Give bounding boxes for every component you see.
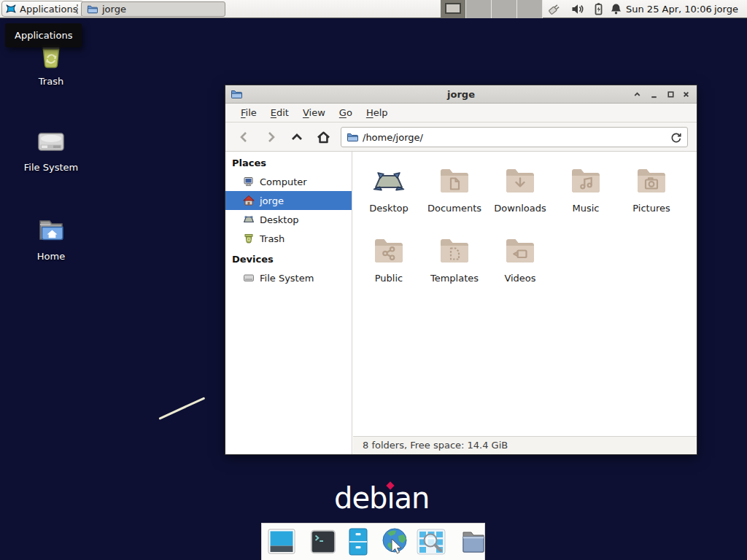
desktop-icon-file-system[interactable]: File System xyxy=(16,124,86,173)
computer-icon xyxy=(243,176,255,187)
web-browser-launcher[interactable] xyxy=(379,526,410,557)
back-button[interactable] xyxy=(233,127,256,147)
sidebar-item-label: Computer xyxy=(260,176,307,187)
desktop-icon-label: Trash xyxy=(16,76,86,87)
drive-icon xyxy=(243,272,255,284)
folder-public-icon xyxy=(371,234,406,269)
sidebar-item-jorge[interactable]: jorge xyxy=(225,191,352,210)
workspace-switcher xyxy=(441,0,543,18)
minimize-button[interactable] xyxy=(647,88,661,101)
icon-view: Desktop Documents Downloads Music xyxy=(353,152,697,436)
workspace-3[interactable] xyxy=(492,0,517,18)
folder-documents-icon xyxy=(437,164,472,199)
taskbar-window-button[interactable]: jorge xyxy=(81,1,225,17)
desktop: debıan Trash File System xyxy=(0,0,747,560)
menu-view[interactable]: View xyxy=(303,107,325,118)
home-folder-icon xyxy=(34,213,69,248)
toolbar xyxy=(225,122,697,152)
sidebar: Places Computer jorge xyxy=(225,152,352,454)
file-manager-launcher[interactable] xyxy=(344,527,373,556)
applications-label: Applications xyxy=(20,4,77,15)
debian-wordmark: debıan xyxy=(334,481,429,515)
close-button[interactable] xyxy=(679,88,693,101)
terminal-launcher[interactable] xyxy=(309,528,337,556)
path-entry[interactable] xyxy=(341,127,688,147)
forward-button[interactable] xyxy=(259,127,282,147)
clock[interactable]: Sun 25 Apr, 10:06 xyxy=(626,0,712,18)
network-tray-icon[interactable] xyxy=(547,2,561,16)
wallpaper-line-artifact xyxy=(158,397,205,420)
terminal-icon xyxy=(309,528,337,556)
file-item-public[interactable]: Public xyxy=(356,230,422,300)
folder-videos-icon xyxy=(503,234,538,269)
sidebar-item-label: jorge xyxy=(260,195,284,206)
workspace-2[interactable] xyxy=(466,0,492,18)
workspace-1[interactable] xyxy=(441,0,466,18)
folder-icon xyxy=(459,527,488,556)
drive-icon xyxy=(34,124,69,159)
folder-pictures-icon xyxy=(634,164,669,199)
path-input[interactable] xyxy=(363,132,665,143)
sidebar-item-file-system[interactable]: File System xyxy=(225,268,352,287)
file-item-label: Templates xyxy=(422,273,487,284)
file-item-label: Downloads xyxy=(487,203,553,214)
file-cabinet-icon xyxy=(344,527,373,556)
file-item-music[interactable]: Music xyxy=(553,160,619,230)
sidebar-item-trash[interactable]: Trash xyxy=(225,229,352,248)
applications-button[interactable]: Applications xyxy=(1,1,84,17)
sidebar-item-desktop[interactable]: Desktop xyxy=(225,210,352,229)
menu-edit[interactable]: Edit xyxy=(271,107,289,118)
file-item-label: Pictures xyxy=(619,203,684,214)
menu-file[interactable]: File xyxy=(241,107,257,118)
folder-music-icon xyxy=(568,164,603,199)
application-finder-icon xyxy=(417,528,446,556)
titlebar[interactable]: jorge xyxy=(225,85,697,104)
applications-tooltip: Applications xyxy=(5,23,82,47)
path-folder-icon xyxy=(347,131,358,143)
file-item-label: Music xyxy=(553,203,619,214)
top-panel: Applications jorge xyxy=(0,0,747,18)
home-button[interactable] xyxy=(311,127,335,147)
file-item-desktop[interactable]: Desktop xyxy=(356,160,422,230)
window-title: jorge xyxy=(225,85,697,104)
battery-tray-icon[interactable] xyxy=(592,2,605,16)
show-desktop-button[interactable] xyxy=(267,527,296,556)
desktop-icon xyxy=(243,214,255,225)
notifications-tray-icon[interactable] xyxy=(609,2,623,16)
directory-menu-launcher[interactable] xyxy=(459,527,488,556)
desktop-icon-home[interactable]: Home xyxy=(16,213,86,262)
panel-handle[interactable] xyxy=(76,4,79,15)
file-item-downloads[interactable]: Downloads xyxy=(487,160,553,230)
file-item-documents[interactable]: Documents xyxy=(422,160,487,230)
file-item-pictures[interactable]: Pictures xyxy=(619,160,684,230)
username[interactable]: jorge xyxy=(714,0,738,18)
sidebar-section-places: Places xyxy=(225,152,352,172)
show-desktop-icon xyxy=(267,527,296,556)
trash-icon xyxy=(243,233,255,244)
application-finder-launcher[interactable] xyxy=(417,528,446,556)
statusbar: 8 folders, Free space: 14.4 GiB xyxy=(353,436,697,454)
file-manager-window: jorge File Edit View Go Help xyxy=(225,85,697,455)
sidebar-section-devices: Devices xyxy=(225,248,352,268)
menu-go[interactable]: Go xyxy=(339,107,352,118)
shade-button[interactable] xyxy=(630,88,644,101)
file-item-videos[interactable]: Videos xyxy=(487,230,553,300)
volume-tray-icon[interactable] xyxy=(570,2,584,16)
maximize-button[interactable] xyxy=(664,88,678,101)
file-item-label: Documents xyxy=(422,203,487,214)
sidebar-item-computer[interactable]: Computer xyxy=(225,172,352,191)
file-item-label: Public xyxy=(356,273,422,284)
workspace-window-preview xyxy=(445,3,461,14)
file-item-templates[interactable]: Templates xyxy=(422,230,487,300)
taskbar-window-label: jorge xyxy=(102,4,126,15)
menu-help[interactable]: Help xyxy=(366,107,388,118)
file-grid: Desktop Documents Downloads Music xyxy=(353,152,689,300)
folder-downloads-icon xyxy=(503,164,538,199)
folder-templates-icon xyxy=(437,234,472,269)
workspace-4[interactable] xyxy=(517,0,543,18)
sidebar-item-label: Trash xyxy=(260,233,285,244)
web-browser-icon xyxy=(379,526,410,557)
up-button[interactable] xyxy=(285,127,309,147)
desktop-icon-label: File System xyxy=(16,162,86,173)
reload-button[interactable] xyxy=(670,131,682,144)
